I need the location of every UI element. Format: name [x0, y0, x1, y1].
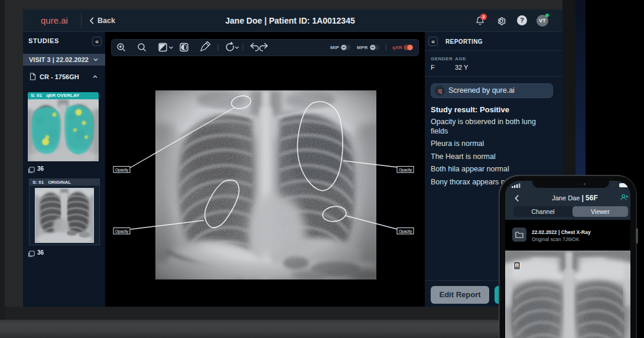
svg-text:Opacity: Opacity — [115, 229, 129, 234]
svg-text:Opacity: Opacity — [115, 168, 129, 173]
svg-text:Opacity: Opacity — [399, 229, 412, 234]
svg-text:Opacity: Opacity — [399, 168, 412, 173]
